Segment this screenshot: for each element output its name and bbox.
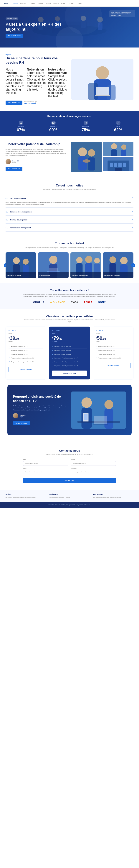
card-label-text-1: Recrutement RH (39, 275, 50, 276)
accordion-header-0[interactable]: 01. Recruitment Staffing ∨ (6, 196, 133, 200)
talent-card-3: Sélection des candidats (103, 252, 133, 278)
partner-missions: Notre mission Lorem ipsum dolor sit amet… (6, 68, 68, 98)
conseil-cta-button[interactable]: EN SAVOIR PLUS (13, 421, 30, 425)
stat-icon-recrutement (83, 121, 88, 125)
logo-sony: SONY (98, 301, 106, 304)
talent-card-1: Recrutement RH (38, 252, 69, 278)
check-icon: ✓ (8, 357, 10, 359)
svg-rect-66 (84, 414, 88, 420)
conseil-name: Imago RH (20, 414, 26, 416)
conseil-avatar (13, 413, 18, 418)
check-icon: ✓ (8, 345, 10, 347)
addr-sydney: AL Chante Primera, Hall Callens, 88, Gal… (6, 496, 46, 498)
partner-phone: Appelez 24h /24 et 7j/7 (352) 622-9999 (24, 101, 37, 104)
feat-text: Programme d'avantages sociaux de 0 à* (98, 358, 121, 359)
svg-rect-30 (111, 149, 117, 156)
feat-text: Programme d'avantages sociaux de 0 à* (55, 358, 78, 359)
accordion-item-3: 04. Performance Management ∨ (6, 224, 133, 231)
partners-section: Travailler avec les meilleurs ! Paragrap… (0, 283, 139, 309)
author-info: Imago RH Emploi (12, 160, 19, 163)
price-cta-plus[interactable]: CHOISIR UN PLAN (52, 371, 87, 376)
stat-value-avantages: 67% (17, 127, 25, 132)
accordion-num-label-3: 04. Performance Management (6, 226, 31, 229)
feat-text: Annuaires mondial de 80 à 2* (98, 346, 115, 347)
mission3-title: Notre valeur fondamentale (48, 68, 68, 74)
svg-point-31 (121, 144, 126, 150)
svg-rect-35 (110, 163, 113, 167)
nav-link-p7[interactable]: PAGE 7 (77, 2, 82, 4)
hero-title: Parlez à un expert en RH dès aujourd'hui (6, 22, 69, 32)
price-cta-base[interactable]: CHOISIR UN PLAN (8, 367, 43, 372)
accordion-header-2[interactable]: 03. Training Development ∨ (6, 218, 133, 221)
price-badge-pro: Si inclut (96, 333, 131, 334)
leadership-cta-button[interactable]: EN SAVOIR PLUS (6, 167, 23, 171)
nav-link-p6[interactable]: PAGE 6 (69, 2, 74, 4)
nav-link-p2[interactable]: PAGE 2 (38, 2, 43, 4)
accordion-header-3[interactable]: 04. Performance Management ∨ (6, 226, 133, 229)
nav-link-p4[interactable]: PAGE 4 (54, 2, 59, 4)
stat-label-marche: Marché (116, 126, 120, 127)
leadership-section: Libérez votre potentiel de leadership Di… (0, 136, 139, 178)
hero-content: Importer Emploi Parlez à un expert en RH… (6, 17, 69, 38)
carousel-next-button[interactable]: › (131, 263, 135, 268)
pricing-title: Choisissez le meilleur plan tarifaire (6, 315, 133, 318)
leadership-images (71, 142, 133, 172)
price-plan-plus: Plan RH Plus (52, 330, 87, 332)
price-feat-0-3: ✓Programme d'avantages sociaux de 0 à* (8, 356, 43, 360)
input-nom[interactable] (23, 461, 68, 466)
price-cents-plus: .99 (59, 337, 62, 340)
mission-2: Notre vision Lorem ipsum dolor sit amet.… (27, 68, 46, 98)
input-entreprise[interactable] (71, 470, 116, 474)
talent-card-0: Recherche de cadres (6, 252, 36, 278)
price-card-plus: Plan RH Plus Il inclut $79.99 Et inclut … (49, 327, 90, 379)
stat-value-recrutement: 75% (81, 127, 90, 132)
phone-number: (352) 622-9999 (24, 102, 37, 104)
price-feat-1-2: ✓Annuaires mondial de 80 à 2* (52, 352, 87, 356)
nav-link-p3[interactable]: PAGE 3 (45, 2, 51, 4)
svg-point-43 (23, 259, 29, 265)
leadership-left: Libérez votre potentiel de leadership Di… (6, 142, 68, 171)
price-num-plus: 79 (54, 335, 59, 341)
price-cta-pro[interactable]: CHOISIR UN PLAN (96, 363, 131, 368)
addr-la: 680 State St, Venue CA Los Angeles, CA 9… (93, 496, 133, 498)
svg-point-60 (120, 257, 128, 265)
lead-imgs-right (103, 142, 134, 172)
form-group-entreprise: Entreprise (71, 468, 116, 474)
price-plan-base: Plan RH de base (8, 330, 43, 332)
accordion-lbl-2: Training Development (10, 219, 27, 221)
stats-section: Rémunération et avantages sociaux Avanta… (0, 111, 139, 136)
accordion-num-1: 02. (6, 211, 8, 213)
nav-link-p5[interactable]: PAGE 5 (61, 2, 66, 4)
logo-evga: EVGA (71, 301, 78, 304)
svg-point-21 (86, 122, 86, 122)
input-prenom[interactable] (71, 461, 116, 466)
conseil-left: Pourquoi choisir une société de conseil … (13, 395, 68, 425)
card-label-2: Solutions RH innovantes (70, 272, 101, 278)
card-label-text-2: Solutions RH innovantes (72, 275, 89, 276)
addr-sydney-text: AL Chante Primera, Hall Callens, 88, Gal… (6, 497, 36, 498)
nav-link-home[interactable]: HOME (13, 2, 18, 4)
conseil-text: Sont elles à tout tes is implementaire à… (13, 405, 68, 411)
accordion-num-2: 03. (6, 219, 8, 221)
price-amount-pro: $59.99 (96, 335, 131, 341)
check-icon: ✓ (8, 353, 10, 355)
price-cents-base: .99 (15, 337, 19, 340)
partner-btns: EN SAVOIR PLUS Appelez 24h /24 et 7j/7 (… (6, 100, 68, 105)
input-email[interactable] (23, 470, 68, 474)
nav-link-contact[interactable]: CONTACT (20, 2, 27, 4)
contact-subtitle: Des questions ou des remarques ? Écrivez… (6, 453, 133, 455)
accordion-header-1[interactable]: 02. Compensation Management ∨ (6, 210, 133, 213)
footer: Footer text. Click once to select, click… (0, 502, 139, 508)
hero-cta-button[interactable]: EN SAVOIR PLUS (6, 34, 23, 38)
feat-text: Programme d'avantages sociaux de 0 à* (11, 361, 34, 363)
accordion-title: Ce qui nous motive (6, 184, 133, 187)
mission2-title: Notre vision (27, 68, 46, 71)
nav-link-p1[interactable]: PAGE 1 (30, 2, 35, 4)
accordion-subtitle: Sample text. Click to select this text. … (6, 189, 133, 190)
stat-item-recrutement: Recrutement 75% (70, 121, 101, 132)
partner-cta-button[interactable]: EN SAVOIR PLUS (6, 100, 23, 105)
form-submit-button[interactable]: SOUMETTRE (23, 477, 116, 483)
talent-section: Trouver le bon talent Lorem ipsum dolor … (0, 237, 139, 283)
lead-img-tall (71, 142, 102, 172)
partner-left: Imge RH Un seul partenaire pour tous vos… (6, 54, 68, 105)
